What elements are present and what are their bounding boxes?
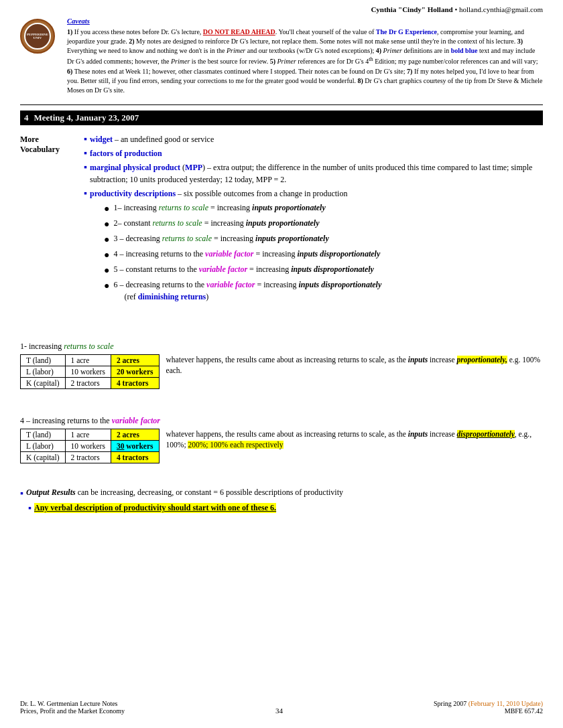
table-cell: T (land) [21,429,66,441]
vocab-items: ▪ widget – an undefined good or service … [84,133,543,305]
caveats-text: 1) If you access these notes before Dr. … [67,27,543,94]
table1: T (land) 1 acre 2 acres L (labor) 10 wor… [20,354,160,389]
table2-header: 4 – increasing returns to the variable f… [20,416,543,426]
table-cell: K (capital) [21,452,66,463]
table-cell: 1 acre [65,355,111,366]
table-cell: 2 acres [111,355,159,366]
table-cell: 4 tractors [111,378,159,389]
table-cell: 2 tractors [65,452,111,463]
table-row: K (capital) 2 tractors 4 tractors [21,378,160,389]
university-logo: PEPPERDINEUNIV [20,19,55,54]
header-bar: Cynthia "Cindy" Holland • holland.cynthi… [0,0,563,16]
content-area: MoreVocabulary ▪ widget – an undefined g… [0,133,563,514]
table1-wrapper: T (land) 1 acre 2 acres L (labor) 10 wor… [20,354,543,392]
divider [20,104,543,105]
bullet-icon: ▪ [84,188,87,200]
table-cell: 10 workers [65,441,111,452]
list-item: ● 3 – decreasing returns to scale = incr… [104,232,543,246]
table2: T (land) 1 acre 2 acres L (labor) 10 wor… [20,429,160,463]
bullet-icon: ▪ [84,133,87,145]
list-item: ● 6 – decreasing returns to the variable… [104,279,543,303]
table-cell: 30 workers [111,441,159,452]
table-cell: 1 acre [65,429,111,441]
bullet-icon: ▪ [84,161,87,173]
table1-section: 1- increasing returns to scale T (land) … [20,342,543,392]
table-row: T (land) 1 acre 2 acres [21,429,160,441]
list-item: ● 2– constant returns to scale = increas… [104,217,543,231]
table1-header: 1- increasing returns to scale [20,342,543,352]
bullet-icon: ▪ [84,147,87,159]
table-cell: T (land) [21,355,66,366]
bullet-icon: ▪ [28,503,32,514]
vocab-label: MoreVocabulary [20,133,84,305]
caveats-title: Caveats [67,16,543,26]
caveats-section: Caveats 1) If you access these notes bef… [67,16,543,95]
table-cell: L (labor) [21,366,66,378]
list-item: ● 4 – increasing returns to the variable… [104,248,543,262]
table-cell: 4 tractors [111,452,159,463]
bullet-icon: ▪ [20,486,23,500]
table1-result: whatever happens, the results came about… [160,354,543,376]
table-row: K (capital) 2 tractors 4 tractors [21,452,160,463]
vocab-item-factors: ▪ factors of production [84,147,543,159]
footer-page-number: 34 [275,707,283,715]
highlight-statement: Any verbal description of productivity s… [34,503,276,513]
meeting-header: 4 Meeting 4, January 23, 2007 [20,111,543,125]
table2-section: 4 – increasing returns to the variable f… [20,416,543,466]
list-item: ● 5 – constant returns to the variable f… [104,263,543,277]
table-row: L (labor) 10 workers 20 workers [21,366,160,378]
table2-wrapper: T (land) 1 acre 2 acres L (labor) 10 wor… [20,429,543,466]
list-item: ● 1– increasing returns to scale = incre… [104,202,543,216]
page: Cynthia "Cindy" Holland • holland.cynthi… [0,0,563,728]
table-cell: 20 workers [111,366,159,378]
footer-left: Dr. L. W. Gertmenian Lecture Notes Price… [20,700,125,715]
page-footer: Dr. L. W. Gertmenian Lecture Notes Price… [20,700,543,715]
top-section: PEPPERDINEUNIV Caveats 1) If you access … [0,16,563,100]
vocab-item-widget: ▪ widget – an undefined good or service [84,133,543,145]
table-cell: 10 workers [65,366,111,378]
vocab-item-mpp: ▪ marginal physical product (MPP) – extr… [84,161,543,186]
vocab-item-productivity: ▪ productivity descriptions – six possib… [84,188,543,200]
logo-area: PEPPERDINEUNIV [20,16,60,95]
table-cell: 2 acres [111,429,159,441]
header-name: Cynthia "Cindy" Holland • holland.cynthi… [371,5,543,13]
table-cell: K (capital) [21,378,66,389]
table-row: L (labor) 10 workers 30 workers [21,441,160,452]
productivity-list: ● 1– increasing returns to scale = incre… [104,202,543,303]
output-results: ▪ Output Results can be increasing, decr… [20,486,543,500]
vocab-section: MoreVocabulary ▪ widget – an undefined g… [20,133,543,305]
verbal-description: ▪ Any verbal description of productivity… [28,503,543,514]
table-cell: L (labor) [21,441,66,452]
table-cell: 2 tractors [65,378,111,389]
table-row: T (land) 1 acre 2 acres [21,355,160,366]
footer-right: Spring 2007 (February 11, 2010 Update) M… [434,700,543,715]
table2-result: whatever happens, the results came about… [160,429,543,450]
